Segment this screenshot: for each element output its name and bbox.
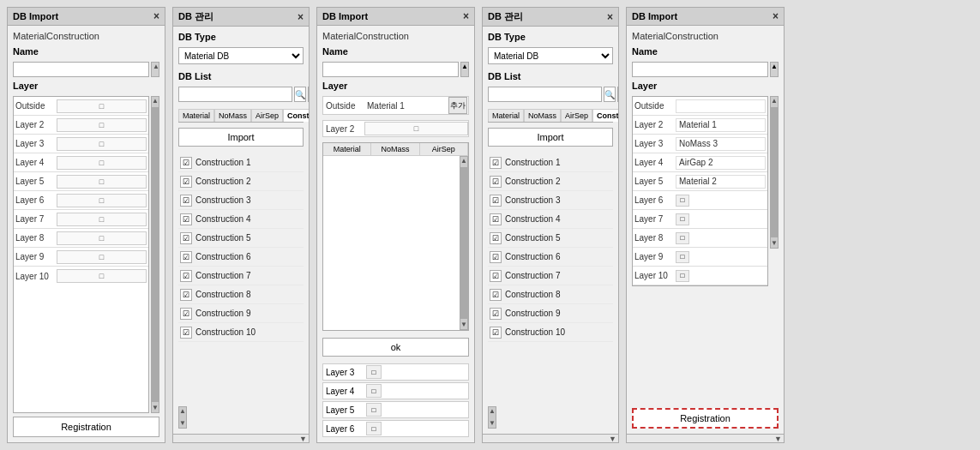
layer-scrollbar-3[interactable]: ▲ ▼ xyxy=(770,96,779,249)
construction-scroll-up-1[interactable]: ▲ xyxy=(178,407,187,416)
check-1-2[interactable]: ☑ xyxy=(180,176,192,188)
scroll-up-3[interactable]: ▲ xyxy=(770,97,779,105)
construction-item-1-8[interactable]: ☑ Construction 8 xyxy=(178,285,304,304)
scroll-down-3[interactable]: ▼ xyxy=(770,239,779,248)
check-2-2[interactable]: ☑ xyxy=(490,176,502,188)
construction-item-1-9[interactable]: ☑ Construction 9 xyxy=(178,304,304,323)
tab-nomass-1[interactable]: NoMass xyxy=(214,109,251,122)
layer-scrollbar-1[interactable]: ▲ ▼ xyxy=(151,96,159,413)
final-layer-icon-3-8[interactable]: □ xyxy=(676,232,689,244)
db-manage-close-1[interactable]: × xyxy=(298,11,304,23)
register-btn-3[interactable]: Registration xyxy=(632,408,779,429)
tab-construction-2[interactable]: Construction xyxy=(592,109,618,122)
layer-cell-1-7[interactable]: □ xyxy=(57,213,147,226)
outside-add-btn-2[interactable]: 추가 xyxy=(448,97,467,114)
construction-item-2-2[interactable]: ☑ Construction 2 xyxy=(488,172,613,191)
layer2-icon-2[interactable]: □ xyxy=(364,122,468,135)
minus-btn-2[interactable]: − xyxy=(617,87,618,102)
check-1-1[interactable]: ☑ xyxy=(180,157,192,169)
construction-item-2-7[interactable]: ☑ Construction 7 xyxy=(488,267,613,285)
db-type-select-2[interactable]: Material DB xyxy=(488,47,613,64)
mid-tab-material-2[interactable]: Material xyxy=(323,143,371,155)
mid-tab-nomass-2[interactable]: NoMass xyxy=(371,143,419,155)
db-manage-close-2[interactable]: × xyxy=(607,11,613,23)
manage-scroll-down-1[interactable]: ▼ xyxy=(299,435,307,443)
construction-item-1-10[interactable]: ☑ Construction 10 xyxy=(178,323,304,342)
layer-cell-1-3[interactable]: □ xyxy=(57,137,147,151)
construction-item-1-6[interactable]: ☑ Construction 6 xyxy=(178,248,304,267)
import-btn-2[interactable]: Import xyxy=(488,128,613,147)
scroll-thumb-3[interactable] xyxy=(771,107,778,237)
name-scroll-up-2[interactable]: ▲ xyxy=(461,63,468,70)
scroll-up-1[interactable]: ▲ xyxy=(151,97,159,105)
construction-scrollbar-1[interactable]: ▲ ▼ xyxy=(178,406,187,429)
construction-scrollbar-2[interactable]: ▲ ▼ xyxy=(488,406,496,429)
check-2-8[interactable]: ☑ xyxy=(490,289,502,301)
name-input-1[interactable] xyxy=(13,62,149,77)
db-type-select-1[interactable]: Material DB xyxy=(178,47,304,64)
check-2-3[interactable]: ☑ xyxy=(490,195,502,207)
bottom-layer-icon-2-4[interactable]: □ xyxy=(366,384,382,398)
tab-airsep-2[interactable]: AirSep xyxy=(561,109,592,122)
mid-layer-scrollbar-2[interactable]: ▲ ▼ xyxy=(460,156,468,330)
construction-item-1-4[interactable]: ☑ Construction 4 xyxy=(178,210,304,229)
tab-nomass-2[interactable]: NoMass xyxy=(524,109,561,122)
check-2-5[interactable]: ☑ xyxy=(490,232,502,244)
final-layer-icon-3-7[interactable]: □ xyxy=(676,213,689,225)
manage-scroll-down-2[interactable]: ▼ xyxy=(609,435,616,443)
import3-scroll-down[interactable]: ▼ xyxy=(774,435,782,443)
construction-item-1-3[interactable]: ☑ Construction 3 xyxy=(178,191,304,210)
check-1-5[interactable]: ☑ xyxy=(180,232,192,244)
tab-material-1[interactable]: Material xyxy=(178,109,214,122)
construction-item-1-1[interactable]: ☑ Construction 1 xyxy=(178,153,304,172)
layer-cell-1-5[interactable]: □ xyxy=(57,175,147,189)
db-import-close-2[interactable]: × xyxy=(463,10,469,22)
tab-material-2[interactable]: Material xyxy=(488,109,524,122)
construction-item-2-9[interactable]: ☑ Construction 9 xyxy=(488,304,613,323)
search-input-1[interactable] xyxy=(178,87,292,102)
construction-item-2-8[interactable]: ☑ Construction 8 xyxy=(488,285,613,304)
bottom-layer-icon-2-5[interactable]: □ xyxy=(366,403,382,417)
name-input-3[interactable] xyxy=(632,62,768,77)
name-input-2[interactable] xyxy=(322,62,459,77)
db-import-close-1[interactable]: × xyxy=(153,10,159,22)
check-1-8[interactable]: ☑ xyxy=(180,289,192,301)
register-btn-1[interactable]: Registration xyxy=(13,417,159,437)
check-2-9[interactable]: ☑ xyxy=(490,308,502,320)
tab-airsep-1[interactable]: AirSep xyxy=(251,109,283,122)
scroll-thumb-1[interactable] xyxy=(152,107,159,402)
name-scroll-up-1[interactable]: ▲ xyxy=(152,63,159,71)
layer-cell-1-10[interactable]: □ xyxy=(57,269,147,283)
tab-construction-1[interactable]: Construction xyxy=(283,109,309,122)
import-btn-1[interactable]: Import xyxy=(178,128,304,147)
check-2-4[interactable]: ☑ xyxy=(490,213,502,225)
db-import-close-3[interactable]: × xyxy=(773,10,779,22)
minus-btn-1[interactable]: − xyxy=(308,87,309,102)
construction-scroll-up-2[interactable]: ▲ xyxy=(488,407,496,416)
construction-item-1-7[interactable]: ☑ Construction 7 xyxy=(178,267,304,285)
check-1-6[interactable]: ☑ xyxy=(180,251,192,263)
construction-scroll-down-1[interactable]: ▼ xyxy=(178,419,187,428)
construction-item-2-4[interactable]: ☑ Construction 4 xyxy=(488,210,613,229)
bottom-layer-icon-2-6[interactable]: □ xyxy=(366,422,382,435)
construction-item-1-2[interactable]: ☑ Construction 2 xyxy=(178,172,304,191)
layer-cell-1-6[interactable]: □ xyxy=(57,194,147,207)
search-icon-btn-1[interactable]: 🔍 xyxy=(294,87,306,102)
check-1-3[interactable]: ☑ xyxy=(180,195,192,207)
search-icon-btn-2[interactable]: 🔍 xyxy=(604,87,616,102)
layer-cell-1-2[interactable]: □ xyxy=(57,118,147,132)
layer-cell-1-4[interactable]: □ xyxy=(57,156,147,170)
check-1-7[interactable]: ☑ xyxy=(180,270,192,282)
check-1-9[interactable]: ☑ xyxy=(180,308,192,320)
check-2-6[interactable]: ☑ xyxy=(490,251,502,263)
ok-btn-2[interactable]: ok xyxy=(322,338,469,357)
name-scroll-up-3[interactable]: ▲ xyxy=(771,63,778,70)
final-layer-icon-3-6[interactable]: □ xyxy=(676,195,689,207)
construction-item-1-5[interactable]: ☑ Construction 5 xyxy=(178,229,304,248)
check-2-7[interactable]: ☑ xyxy=(490,270,502,282)
construction-scroll-down-2[interactable]: ▼ xyxy=(488,419,496,428)
mid-tab-airsep-2[interactable]: AirSep xyxy=(420,143,468,155)
search-input-2[interactable] xyxy=(488,87,602,102)
layer-cell-1-8[interactable]: □ xyxy=(57,231,147,245)
construction-item-2-5[interactable]: ☑ Construction 5 xyxy=(488,229,613,248)
